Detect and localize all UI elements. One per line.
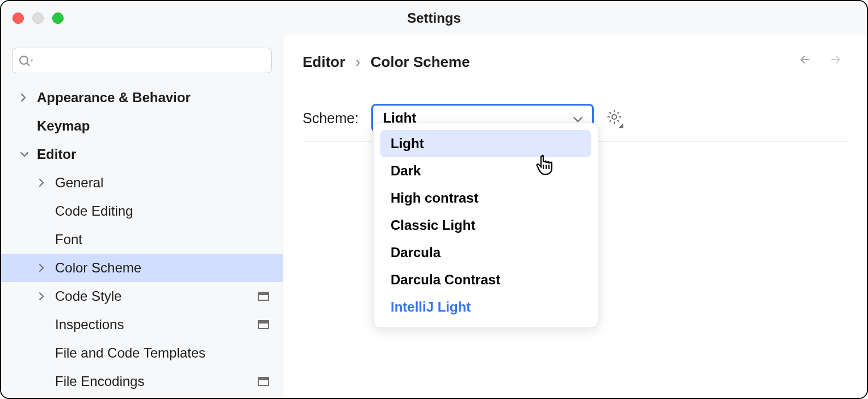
search-input[interactable] <box>12 48 272 73</box>
settings-window: Settings Appearance & BehaviorKeymapEdit… <box>0 0 868 399</box>
scheme-settings-button[interactable] <box>606 109 622 127</box>
scheme-option[interactable]: IntelliJ Light <box>380 293 591 321</box>
sidebar: Appearance & BehaviorKeymapEditorGeneral… <box>1 35 283 398</box>
sidebar-item[interactable]: Appearance & Behavior <box>1 83 283 112</box>
svg-line-15 <box>609 120 611 122</box>
breadcrumb-part: Editor <box>303 53 345 71</box>
chevron-right-icon <box>38 292 55 301</box>
titlebar: Settings <box>1 1 867 35</box>
gear-icon <box>606 109 622 125</box>
sidebar-item-label: Editor <box>37 146 283 162</box>
scheme-option[interactable]: Darcula Contrast <box>380 266 591 293</box>
svg-rect-7 <box>258 377 269 380</box>
sidebar-item-label: Font <box>55 232 283 247</box>
svg-line-13 <box>609 112 611 114</box>
chevron-right-icon <box>38 178 55 187</box>
svg-line-14 <box>617 120 619 122</box>
sidebar-item-label: General <box>55 175 283 191</box>
content: Appearance & BehaviorKeymapEditorGeneral… <box>1 35 867 398</box>
breadcrumb-part: Color Scheme <box>371 53 470 71</box>
project-scope-icon <box>258 317 269 333</box>
scheme-option[interactable]: High contrast <box>380 184 591 212</box>
svg-rect-5 <box>258 321 269 324</box>
sidebar-item[interactable]: Color Scheme <box>1 254 283 282</box>
sidebar-item-label: Color Scheme <box>55 260 283 276</box>
chevron-right-icon <box>20 93 37 102</box>
sidebar-item[interactable]: Editor <box>1 140 283 169</box>
forward-button[interactable] <box>828 53 844 68</box>
sidebar-item-label: Code Editing <box>55 203 283 219</box>
chevron-down-icon <box>20 151 37 158</box>
sidebar-item-label: Code Style <box>55 288 258 304</box>
traffic-lights <box>12 12 64 24</box>
scheme-label: Scheme: <box>303 110 359 127</box>
scheme-option[interactable]: Light <box>380 130 591 157</box>
breadcrumb: Editor › Color Scheme <box>303 53 848 71</box>
project-scope-icon <box>258 288 269 304</box>
svg-line-16 <box>617 112 619 114</box>
svg-point-8 <box>612 115 617 119</box>
history-nav <box>798 53 844 68</box>
back-button[interactable] <box>798 53 814 68</box>
chevron-right-icon <box>38 263 55 272</box>
svg-rect-3 <box>258 292 269 295</box>
scheme-option[interactable]: Classic Light <box>380 212 591 239</box>
minimize-window-button[interactable] <box>32 12 44 24</box>
sidebar-item-label: Appearance & Behavior <box>37 90 283 106</box>
sidebar-item[interactable]: Code Editing <box>1 197 283 225</box>
sidebar-nav: Appearance & BehaviorKeymapEditorGeneral… <box>1 83 283 396</box>
scheme-option[interactable]: Dark <box>380 157 591 184</box>
main-panel: Editor › Color Scheme Scheme: Light <box>283 35 867 398</box>
sidebar-item-label: Inspections <box>55 317 258 333</box>
sidebar-item[interactable]: File Encodings <box>1 367 283 396</box>
sidebar-item[interactable]: Font <box>1 225 283 254</box>
scheme-dropdown: LightDarkHigh contrastClassic LightDarcu… <box>373 123 598 328</box>
breadcrumb-separator: › <box>355 53 360 71</box>
sidebar-item[interactable]: Code Style <box>1 282 283 310</box>
sidebar-item-label: Keymap <box>37 118 283 134</box>
sidebar-item-label: File and Code Templates <box>55 345 283 361</box>
svg-point-0 <box>20 56 28 64</box>
sidebar-item[interactable]: General <box>1 169 283 197</box>
sidebar-item-label: File Encodings <box>55 373 258 389</box>
sidebar-item[interactable]: File and Code Templates <box>1 339 283 367</box>
project-scope-icon <box>258 373 269 389</box>
window-title: Settings <box>407 10 461 26</box>
sidebar-item[interactable]: Keymap <box>1 112 283 140</box>
sidebar-item[interactable]: Inspections <box>1 310 283 339</box>
maximize-window-button[interactable] <box>52 12 64 24</box>
search-icon <box>18 54 34 67</box>
svg-line-1 <box>27 63 30 66</box>
close-window-button[interactable] <box>12 12 24 24</box>
scheme-option[interactable]: Darcula <box>380 239 591 266</box>
